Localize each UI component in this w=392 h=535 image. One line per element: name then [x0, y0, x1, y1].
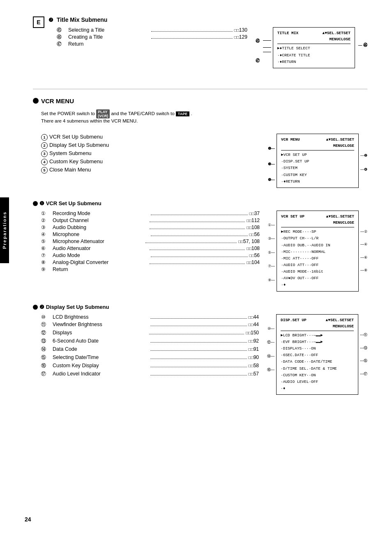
diagram-box-display-setup: DISP.SET UP ▲▼SEL.SETSETMENUCLOSE ►LCD B…: [276, 314, 358, 395]
list-item: ⑩ LCD Brightness □□44: [41, 314, 259, 320]
list-item: ② Output Channel □□112: [41, 218, 260, 223]
list-item: 1 VCR Set Up Submenu: [41, 134, 260, 141]
display-setup-diagram: ⑩— ⑪ ⑫— ⑬ ⑭— ⑮ ⑯— ⑰ DISP.SET UP ▲▼SEL.SE…: [267, 314, 367, 395]
list-item: ㊺ Selecting a Title □□130: [57, 27, 247, 33]
list-item: ⑬ 6-Second Auto Date □□92: [41, 338, 259, 345]
list-item: ⑫ Displays □□150: [41, 329, 259, 336]
diagram-box-vcr-menu: VCR MENU ▲▼SEL.SETSETMENUCLOSE ►VCR SET …: [277, 134, 359, 188]
list-item: ⑤ Microphone Attenuator □□57, 108: [41, 239, 260, 244]
diagram-box-title-mix: TITLE MIX ▲▼SEL.SETSETMENUCLOSE ►♦TITLE …: [273, 27, 355, 68]
vcr-menu-section: VCR MENU Set the POWER switch to PLAY(VC…: [33, 97, 367, 123]
list-item: ⑭ Data Code □□91: [41, 346, 259, 353]
list-item: ④ Microphone □□56: [41, 232, 260, 237]
tape-badge: TAPE: [176, 111, 189, 116]
list-item: 2 Display Set Up Submenu: [41, 142, 260, 149]
list-item: 3 System Submenu: [41, 150, 260, 157]
list-item: 5 Close Main Menu: [41, 167, 260, 174]
list-item: 4 Custom Key Submenu: [41, 158, 260, 165]
vcr-menu-diagram: ❶— ❷ ❸— ❹ ❺— VCR MENU ▲▼SEL.SETSETMENUCL…: [268, 134, 367, 188]
vcr-setup-diagram: ①— ② ③— ④ ⑤— ⑥ ⑦— ⑧ ⑨— VCR SET UP ▲▼SEL.…: [268, 211, 367, 292]
play-badge: PLAY(VCR): [96, 109, 110, 118]
vcr-menu-title: VCR MENU: [41, 97, 74, 104]
list-item: ① Recording Mode □□37: [41, 211, 260, 216]
list-item: ⑧ Analog-Digital Converter □□104: [41, 259, 260, 265]
list-item: ⑥ Audio Attenuator □□108: [41, 245, 260, 251]
title-mix-list: ㊺ Selecting a Title □□130 ㊻ Creating a T…: [57, 27, 247, 47]
title-mix-diagram: ㊺ ㊻ ㊼ TITLE MIX: [256, 27, 367, 68]
list-item: ⑪ Viewfinder Brightness □□44: [41, 321, 259, 328]
list-item: ⑦ Audio Mode □□56: [41, 252, 260, 258]
list-item: ㊻ Creating a Title □□129: [57, 34, 247, 40]
list-item: ⑰ Audio Level Indicator □□57: [41, 371, 259, 378]
vcr-menu-description: Set the POWER switch to PLAY(VCR) and th…: [41, 109, 367, 123]
display-setup-title: ❷ Display Set Up Submenu: [33, 304, 367, 310]
vcr-menu-bullet: [33, 98, 39, 104]
list-item: ⑯ Custom Key Display □□58: [41, 362, 259, 369]
vcr-setup-title: ❶ VCR Set Up Submenu: [33, 200, 367, 206]
list-item: ㊼ Return: [57, 41, 247, 47]
display-setup-list: ⑩ LCD Brightness □□44 ⑪ Viewfinder Brigh…: [41, 314, 259, 378]
page-number: 24: [25, 516, 31, 523]
vcr-setup-list: ① Recording Mode □□37 ② Output Channel □…: [41, 211, 260, 272]
vcr-submenu-list: 1 VCR Set Up Submenu 2 Display Set Up Su…: [41, 134, 260, 174]
title-mix-header: ❼ Title Mix Submenu: [48, 16, 367, 23]
list-item: ⑨ Return: [41, 266, 260, 272]
list-item: ⑮ Selecting Date/Time □□90: [41, 354, 259, 361]
list-item: ③ Audio Dubbing □□108: [41, 225, 260, 230]
diagram-box-vcr-setup: VCR SET UP ▲▼SEL.SETSETMENUCLOSE ►REC MO…: [277, 211, 359, 292]
e-box: E: [33, 16, 44, 28]
